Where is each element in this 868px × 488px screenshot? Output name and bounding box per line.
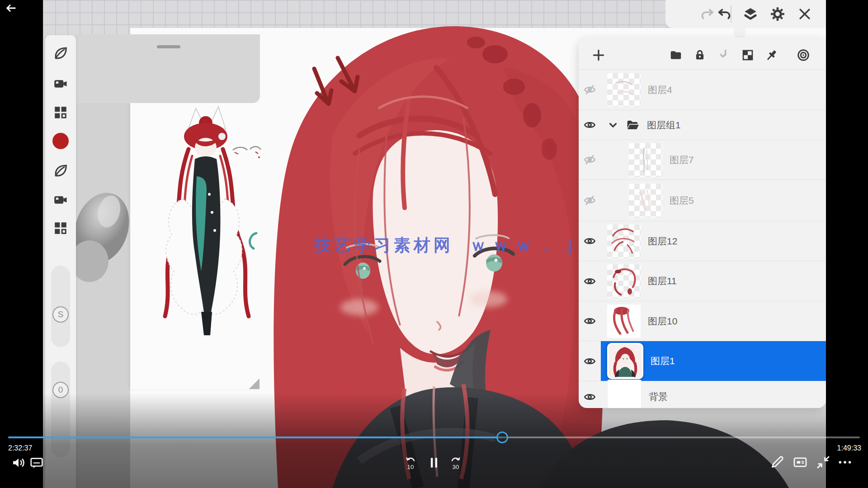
layer-row-selected[interactable]: 图层1: [579, 341, 826, 381]
progress-knob[interactable]: [496, 432, 508, 443]
pin-icon[interactable]: [765, 48, 778, 62]
close-button[interactable]: [797, 6, 812, 22]
redo-button[interactable]: [700, 6, 715, 22]
layer-thumbnail: [629, 184, 662, 217]
swatch-grid-icon[interactable]: [52, 220, 69, 236]
visibility-toggle[interactable]: [579, 355, 601, 367]
layer-name: 图层11: [648, 275, 677, 287]
layers-panel-header: [579, 38, 826, 70]
mini-player-button[interactable]: [793, 455, 809, 471]
layer-row[interactable]: 图层12: [579, 221, 826, 261]
folder-open-icon: [625, 118, 640, 132]
pillarbox-left: [0, 0, 43, 488]
pillarbox-right: [826, 0, 868, 488]
top-toolbar: [665, 0, 826, 28]
add-layer-icon[interactable]: [592, 48, 605, 62]
swatch-grid-icon[interactable]: [52, 104, 69, 121]
pause-button[interactable]: [426, 455, 442, 471]
layer-thumbnail: [607, 225, 641, 258]
visibility-toggle[interactable]: [579, 391, 601, 403]
skip-forward-button[interactable]: 30: [448, 455, 464, 471]
layer-name: 图层5: [670, 194, 694, 207]
layer-name: 图层10: [648, 315, 677, 328]
layers-button[interactable]: [743, 6, 758, 22]
settings-button[interactable]: [770, 6, 785, 22]
lock-icon[interactable]: [693, 48, 707, 62]
camera-icon[interactable]: [52, 192, 69, 208]
remaining-time: 1:49:33: [837, 444, 861, 452]
progress-played: [8, 436, 502, 438]
danmaku-button[interactable]: [28, 455, 45, 471]
active-color-swatch[interactable]: [52, 133, 69, 149]
seek-bar[interactable]: [8, 436, 860, 438]
layer-row[interactable]: 图层5: [579, 180, 826, 221]
layer-name: 图层1: [651, 355, 675, 367]
layer-row[interactable]: 图层11: [579, 261, 826, 301]
leaf-brush-icon[interactable]: [52, 45, 69, 61]
layer-group-name: 图层组1: [647, 119, 681, 131]
layer-row[interactable]: 图层4: [579, 70, 826, 110]
camera-icon[interactable]: [52, 75, 69, 92]
reference-window-header[interactable]: [76, 34, 260, 103]
skip-back-button[interactable]: 10: [402, 455, 419, 471]
undo-button[interactable]: [717, 6, 732, 22]
visibility-toggle[interactable]: [579, 194, 601, 206]
layer-group-row[interactable]: 图层组1: [579, 110, 826, 140]
panel-notch: [734, 28, 745, 38]
layer-row[interactable]: 图层10: [579, 301, 826, 341]
layer-row[interactable]: 背景: [579, 381, 826, 408]
more-button[interactable]: [837, 455, 854, 471]
visibility-toggle[interactable]: [579, 119, 601, 131]
layer-row[interactable]: 图层7: [579, 140, 826, 180]
merge-down-icon[interactable]: [717, 48, 731, 62]
layers-panel: 图层4 图层组1 图层7: [579, 38, 826, 408]
back-button[interactable]: [5, 2, 17, 14]
3d-model-blob: [66, 186, 138, 282]
resize-corner[interactable]: [249, 379, 259, 389]
skip-forward-label: 30: [448, 464, 464, 470]
exit-fullscreen-button[interactable]: [816, 455, 832, 471]
layer-name: 图层12: [648, 235, 677, 248]
layer-thumbnail: [607, 380, 642, 408]
layer-name: 图层7: [670, 154, 694, 166]
visibility-toggle[interactable]: [579, 154, 601, 166]
layer-thumbnail: [607, 73, 641, 107]
edit-pencil-button[interactable]: [769, 455, 786, 471]
layer-thumbnail: [607, 264, 641, 298]
layer-thumbnail: [607, 343, 643, 379]
visibility-toggle[interactable]: [579, 275, 601, 287]
history-icon[interactable]: [797, 48, 810, 62]
visibility-toggle[interactable]: [579, 315, 601, 327]
leaf-brush-icon[interactable]: [52, 163, 69, 179]
volume-button[interactable]: [10, 455, 27, 471]
video-player-window: 技艺学习素材网 ｗｗｗ．ｊｙ３ｄ．ｃｎ S 0: [0, 0, 868, 488]
layer-thumbnail: [607, 305, 641, 338]
layer-name: 背景: [649, 390, 668, 403]
drag-handle[interactable]: [157, 45, 180, 48]
watermark-site-name: 技艺学习素材网: [314, 236, 453, 254]
new-folder-icon[interactable]: [669, 48, 683, 62]
transparency-icon[interactable]: [741, 48, 755, 62]
toolbar-divider: [731, 5, 731, 23]
size-slider-knob[interactable]: S: [52, 306, 69, 323]
skip-back-label: 10: [402, 464, 419, 470]
layer-name: 图层4: [648, 84, 672, 96]
current-time: 2:32:37: [8, 444, 32, 452]
chevron-down-icon[interactable]: [607, 119, 619, 131]
visibility-toggle[interactable]: [579, 235, 601, 247]
visibility-toggle[interactable]: [579, 84, 601, 96]
layer-thumbnail: [629, 143, 662, 177]
reference-sheet: [130, 103, 260, 389]
